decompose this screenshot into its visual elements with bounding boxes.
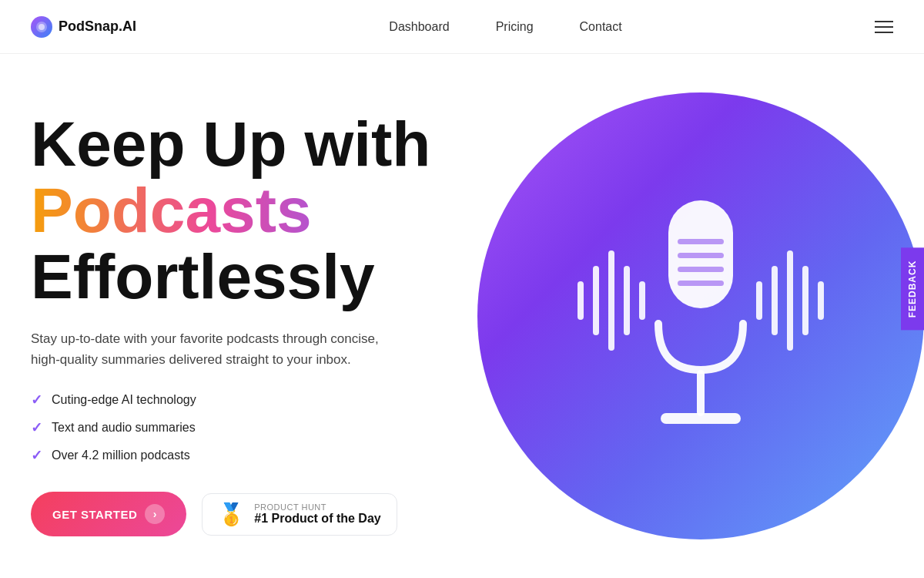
get-started-button[interactable]: GET STARTED › [31, 492, 186, 536]
medal-icon: 🥇 [218, 502, 245, 527]
product-hunt-badge[interactable]: 🥇 PRODUCT HUNT #1 Product of the Day [202, 493, 397, 536]
logo[interactable]: PodSnap.AI [31, 16, 136, 38]
logo-icon [31, 16, 52, 38]
hero-circle [477, 92, 924, 539]
check-icon-3: ✓ [31, 447, 42, 464]
nav-links: Dashboard Pricing Contact [389, 20, 621, 34]
svg-rect-15 [678, 267, 724, 272]
svg-rect-3 [593, 266, 599, 335]
svg-rect-5 [624, 266, 630, 335]
svg-rect-14 [678, 253, 724, 258]
get-started-label: GET STARTED [52, 508, 137, 521]
mic-illustration [477, 92, 924, 539]
feedback-tab[interactable]: FEEDBACK [901, 248, 924, 331]
feature-item-1: ✓ Cuting-edge AI technology [31, 391, 477, 408]
nav-contact[interactable]: Contact [580, 20, 622, 34]
headline-effortlessly: Effortlessly [31, 244, 477, 310]
svg-rect-4 [608, 250, 614, 351]
check-icon-2: ✓ [31, 419, 42, 436]
svg-rect-9 [787, 250, 793, 351]
feature-label-2: Text and audio summaries [52, 421, 196, 435]
navbar: PodSnap.AI Dashboard Pricing Contact [0, 0, 924, 54]
svg-rect-16 [678, 281, 724, 286]
svg-rect-18 [661, 413, 741, 424]
feature-label-3: Over 4.2 million podcasts [52, 449, 190, 462]
headline-podcasts: Podcasts [31, 177, 477, 244]
btn-arrow-icon: › [145, 504, 165, 524]
hamburger-line-2 [875, 26, 893, 28]
svg-rect-10 [802, 266, 808, 335]
hero-subtitle: Stay up-to-date with your favorite podca… [31, 328, 400, 370]
product-hunt-title: #1 Product of the Day [254, 512, 380, 526]
product-hunt-text: PRODUCT HUNT #1 Product of the Day [254, 502, 380, 526]
svg-point-1 [38, 24, 45, 30]
headline: Keep Up with Podcasts Effortlessly [31, 111, 477, 310]
hamburger-line-3 [875, 32, 893, 33]
svg-rect-13 [678, 239, 724, 244]
hamburger-line-1 [875, 21, 893, 22]
nav-dashboard[interactable]: Dashboard [389, 20, 449, 34]
svg-rect-8 [772, 266, 778, 335]
nav-pricing[interactable]: Pricing [496, 20, 534, 34]
product-hunt-label: PRODUCT HUNT [254, 502, 380, 512]
main-content: Keep Up with Podcasts Effortlessly Stay … [0, 54, 924, 578]
cta-row: GET STARTED › 🥇 PRODUCT HUNT #1 Product … [31, 492, 477, 536]
check-icon-1: ✓ [31, 391, 42, 408]
logo-text: PodSnap.AI [59, 18, 136, 35]
svg-rect-2 [578, 281, 584, 320]
hero-left: Keep Up with Podcasts Effortlessly Stay … [31, 96, 477, 537]
headline-line1: Keep Up with [31, 109, 430, 179]
svg-rect-6 [639, 281, 645, 320]
svg-rect-17 [697, 370, 705, 416]
feature-item-3: ✓ Over 4.2 million podcasts [31, 447, 477, 464]
feature-item-2: ✓ Text and audio summaries [31, 419, 477, 436]
hamburger-menu[interactable] [875, 21, 893, 33]
features-list: ✓ Cuting-edge AI technology ✓ Text and a… [31, 391, 477, 464]
feature-label-1: Cuting-edge AI technology [52, 393, 196, 407]
svg-rect-11 [818, 281, 824, 320]
hero-right [477, 92, 924, 539]
svg-rect-7 [756, 281, 762, 320]
